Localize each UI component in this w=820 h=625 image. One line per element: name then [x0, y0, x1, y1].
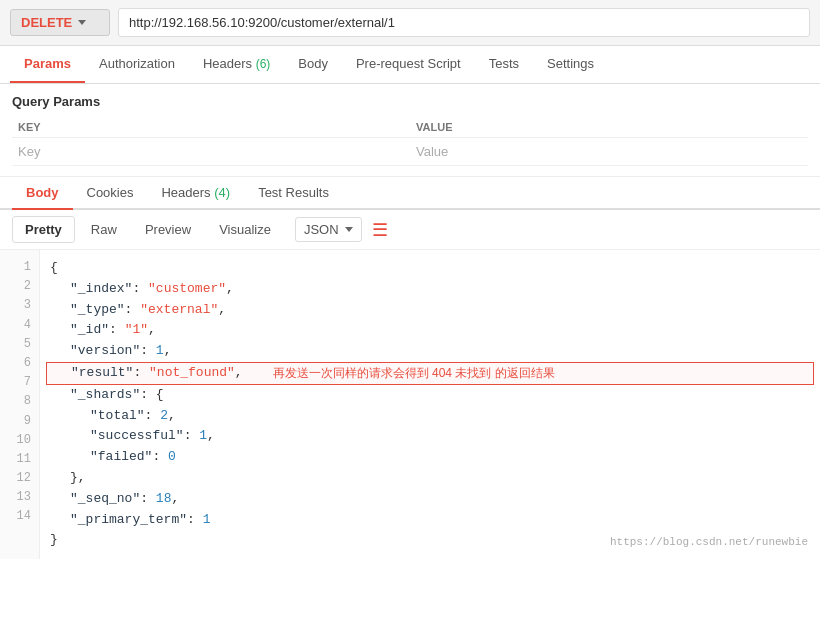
- code-area: 1 2 3 4 5 6 7 8 9 10 11 12 13 14 { "_ind…: [0, 250, 820, 559]
- format-bar: Pretty Raw Preview Visualize JSON ☰: [0, 210, 820, 250]
- code-line-9: "successful": 1,: [50, 426, 810, 447]
- ln-11: 11: [12, 450, 31, 469]
- resp-tab-body[interactable]: Body: [12, 177, 73, 210]
- tab-authorization[interactable]: Authorization: [85, 46, 189, 83]
- col-value-header: VALUE: [410, 117, 808, 138]
- ln-4: 4: [12, 316, 31, 335]
- code-line-7: "_shards": {: [50, 385, 810, 406]
- code-line-12: "_seq_no": 18,: [50, 489, 810, 510]
- tab-settings[interactable]: Settings: [533, 46, 608, 83]
- code-line-3: "_type": "external",: [50, 300, 810, 321]
- chevron-down-icon: [78, 20, 86, 25]
- params-placeholder-row: Key Value: [12, 138, 808, 166]
- ln-6: 6: [12, 354, 31, 373]
- code-line-2: "_index": "customer",: [50, 279, 810, 300]
- watermark: https://blog.csdn.net/runewbie: [610, 534, 808, 552]
- query-params-title: Query Params: [12, 94, 808, 109]
- code-line-5: "version": 1,: [50, 341, 810, 362]
- ln-2: 2: [12, 277, 31, 296]
- tab-params[interactable]: Params: [10, 46, 85, 83]
- resp-tab-testresults[interactable]: Test Results: [244, 177, 343, 210]
- line-annotation: 再发送一次同样的请求会得到 404 未找到 的返回结果: [273, 364, 555, 383]
- code-line-4: "_id": "1",: [50, 320, 810, 341]
- code-line-1: {: [50, 258, 810, 279]
- code-content: { "_index": "customer", "_type": "extern…: [40, 250, 820, 559]
- value-placeholder[interactable]: Value: [410, 138, 808, 166]
- ln-10: 10: [12, 431, 31, 450]
- method-label: DELETE: [21, 15, 72, 30]
- tab-tests[interactable]: Tests: [475, 46, 533, 83]
- format-chevron-icon: [345, 227, 353, 232]
- format-select[interactable]: JSON: [295, 217, 362, 242]
- key-placeholder[interactable]: Key: [12, 138, 410, 166]
- ln-12: 12: [12, 469, 31, 488]
- fmt-pretty[interactable]: Pretty: [12, 216, 75, 243]
- query-params-section: Query Params KEY VALUE Key Value: [0, 84, 820, 177]
- ln-7: 7: [12, 373, 31, 392]
- col-key-header: KEY: [12, 117, 410, 138]
- code-line-11: },: [50, 468, 810, 489]
- top-bar: DELETE: [0, 0, 820, 46]
- code-line-10: "failed": 0: [50, 447, 810, 468]
- resp-headers-badge: (4): [214, 185, 230, 200]
- params-table: KEY VALUE Key Value: [12, 117, 808, 166]
- ln-1: 1: [12, 258, 31, 277]
- ln-14: 14: [12, 507, 31, 526]
- method-dropdown[interactable]: DELETE: [10, 9, 110, 36]
- ln-8: 8: [12, 392, 31, 411]
- fmt-raw[interactable]: Raw: [79, 217, 129, 242]
- tab-headers[interactable]: Headers (6): [189, 46, 284, 83]
- code-line-6: "result": "not_found", 再发送一次同样的请求会得到 404…: [46, 362, 814, 385]
- ln-5: 5: [12, 335, 31, 354]
- code-line-13: "_primary_term": 1: [50, 510, 810, 531]
- tab-body[interactable]: Body: [284, 46, 342, 83]
- ln-9: 9: [12, 412, 31, 431]
- response-tabs: Body Cookies Headers (4) Test Results: [0, 177, 820, 210]
- fmt-visualize[interactable]: Visualize: [207, 217, 283, 242]
- request-tabs: Params Authorization Headers (6) Body Pr…: [0, 46, 820, 84]
- headers-badge: (6): [256, 57, 271, 71]
- url-input[interactable]: [118, 8, 810, 37]
- wrap-icon[interactable]: ☰: [372, 219, 388, 241]
- line-numbers: 1 2 3 4 5 6 7 8 9 10 11 12 13 14: [0, 250, 40, 559]
- fmt-preview[interactable]: Preview: [133, 217, 203, 242]
- ln-3: 3: [12, 296, 31, 315]
- tab-prerequest[interactable]: Pre-request Script: [342, 46, 475, 83]
- ln-13: 13: [12, 488, 31, 507]
- format-label: JSON: [304, 222, 339, 237]
- resp-tab-cookies[interactable]: Cookies: [73, 177, 148, 210]
- code-line-8: "total": 2,: [50, 406, 810, 427]
- resp-tab-headers[interactable]: Headers (4): [147, 177, 244, 210]
